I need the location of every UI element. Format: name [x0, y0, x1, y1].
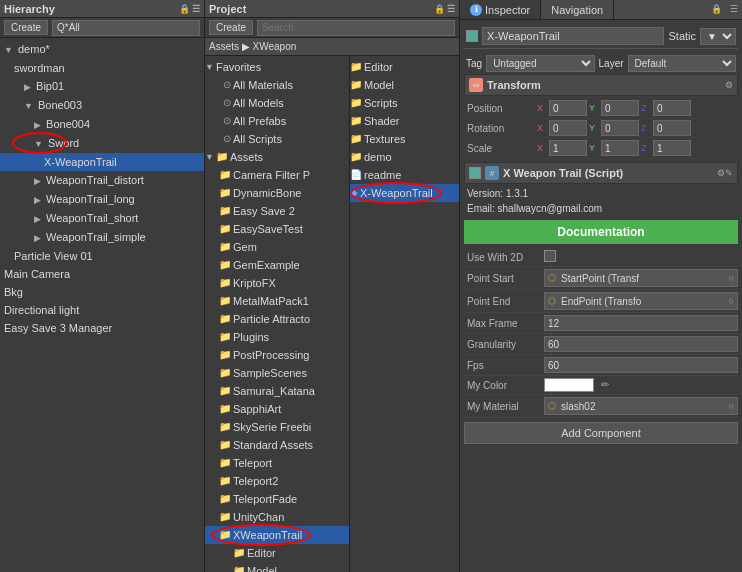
layer-select[interactable]: Default — [628, 55, 736, 72]
folder-particle[interactable]: 📁 Particle Attracto — [205, 310, 349, 328]
folder-unitychan[interactable]: 📁 UnityChan — [205, 508, 349, 526]
documentation-button[interactable]: Documentation — [464, 220, 738, 244]
material-select-icon[interactable]: ○ — [729, 401, 734, 411]
asset-editor[interactable]: 📁 Editor — [350, 58, 459, 76]
assets-root[interactable]: 📁 Assets — [205, 148, 349, 166]
tag-select[interactable]: Untagged — [486, 55, 594, 72]
folder-allscripts[interactable]: ⊙ All Scripts — [205, 130, 349, 148]
tree-item-directional[interactable]: Directional light — [0, 301, 204, 319]
scale-x-input[interactable] — [549, 140, 587, 156]
max-frame-input[interactable] — [544, 315, 738, 331]
granularity-input[interactable] — [544, 336, 738, 352]
asset-readme[interactable]: 📄 readme — [350, 166, 459, 184]
point-start-select-icon[interactable]: ○ — [729, 273, 734, 283]
folder-kriptofx[interactable]: 📁 KriptoFX — [205, 274, 349, 292]
folder-skyserie[interactable]: 📁 SkySerie Freebi — [205, 418, 349, 436]
folder-allprefabs[interactable]: ⊙ All Prefabs — [205, 112, 349, 130]
project-lock-icon[interactable]: 🔒 — [434, 4, 445, 14]
inspector-lock-icon[interactable]: 🔒 — [707, 0, 726, 19]
project-menu-icon[interactable]: ☰ — [447, 4, 455, 14]
script-edit-icon[interactable]: ✎ — [725, 168, 733, 178]
folder-samplescenes[interactable]: 📁 SampleScenes — [205, 364, 349, 382]
folder-standard[interactable]: 📁 Standard Assets — [205, 436, 349, 454]
tab-inspector[interactable]: ℹ Inspector — [460, 0, 541, 19]
tab-navigation[interactable]: Navigation — [541, 0, 614, 19]
asset-model[interactable]: 📁 Model — [350, 76, 459, 94]
hierarchy-menu-icon[interactable]: ☰ — [192, 4, 200, 14]
project-create-button[interactable]: Create — [209, 20, 253, 35]
add-component-button[interactable]: Add Component — [464, 422, 738, 444]
object-enabled-checkbox[interactable] — [466, 30, 478, 42]
folder-gem[interactable]: 📁 Gem — [205, 238, 349, 256]
folder-xweapontrail[interactable]: 📁 XWeaponTrail — [205, 526, 349, 544]
favorites-section[interactable]: Favorites — [205, 58, 349, 76]
inspector-menu-icon[interactable]: ☰ — [726, 0, 742, 19]
asset-shader[interactable]: 📁 Shader — [350, 112, 459, 130]
transform-component-header[interactable]: ⇔ Transform ⚙ — [464, 74, 738, 96]
project-search-input[interactable] — [257, 20, 455, 36]
rot-x-input[interactable] — [549, 120, 587, 136]
scale-y-input[interactable] — [601, 140, 639, 156]
object-name-input[interactable] — [482, 27, 664, 45]
color-picker-icon[interactable]: ✏ — [601, 379, 609, 390]
tree-item-demo[interactable]: demo* — [0, 40, 204, 59]
folder-model-sub[interactable]: 📁 Model — [205, 562, 349, 572]
asset-xweapontrail[interactable]: ◆ X-WeaponTrail — [350, 184, 459, 202]
hierarchy-search-input[interactable] — [52, 20, 200, 36]
tree-item-sword[interactable]: Sword — [0, 134, 204, 153]
pos-z-input[interactable] — [653, 100, 691, 116]
hierarchy-lock-icon[interactable]: 🔒 — [179, 4, 190, 14]
tree-item-easysave3[interactable]: Easy Save 3 Manager — [0, 319, 204, 337]
scale-z-input[interactable] — [653, 140, 691, 156]
tree-item-bkg[interactable]: Bkg — [0, 283, 204, 301]
folder-postprocessing[interactable]: 📁 PostProcessing — [205, 346, 349, 364]
tree-item-weaponshort[interactable]: WeaponTrail_short — [0, 209, 204, 228]
folder-allmodels[interactable]: ⊙ All Models — [205, 94, 349, 112]
my-material-ref[interactable]: ⬡ slash02 ○ — [544, 397, 738, 415]
folder-easysavetest[interactable]: 📁 EasySaveTest — [205, 220, 349, 238]
script-menu-icon[interactable]: ⚙ — [717, 168, 725, 178]
pos-x-input[interactable] — [549, 100, 587, 116]
tree-item-bone004[interactable]: Bone004 — [0, 115, 204, 134]
tree-item-xweapontrail[interactable]: X-WeaponTrail — [0, 153, 204, 171]
folder-teleport[interactable]: 📁 Teleport — [205, 454, 349, 472]
asset-scripts[interactable]: 📁 Scripts — [350, 94, 459, 112]
point-end-ref[interactable]: ⬡ EndPoint (Transfo ○ — [544, 292, 738, 310]
folder-easysave2[interactable]: 📁 Easy Save 2 — [205, 202, 349, 220]
tree-item-weaponlong[interactable]: WeaponTrail_long — [0, 190, 204, 209]
tree-item-particle[interactable]: Particle View 01 — [0, 247, 204, 265]
asset-demo[interactable]: 📁 demo — [350, 148, 459, 166]
folder-camerafilter[interactable]: 📁 Camera Filter P — [205, 166, 349, 184]
my-color-value[interactable]: ✏ — [544, 378, 738, 392]
folder-gemexample[interactable]: 📁 GemExample — [205, 256, 349, 274]
script-enabled-checkbox[interactable] — [469, 167, 481, 179]
hierarchy-create-button[interactable]: Create — [4, 20, 48, 35]
folder-editor-sub[interactable]: 📁 Editor — [205, 544, 349, 562]
use-with-2d-checkbox[interactable] — [544, 250, 556, 262]
tree-item-maincamera[interactable]: Main Camera — [0, 265, 204, 283]
tree-item-bone003[interactable]: Bone003 — [0, 96, 204, 115]
folder-teleportfade[interactable]: 📁 TeleportFade — [205, 490, 349, 508]
folder-metalmat[interactable]: 📁 MetalMatPack1 — [205, 292, 349, 310]
folder-allmaterials[interactable]: ⊙ All Materials — [205, 76, 349, 94]
folder-teleport2[interactable]: 📁 Teleport2 — [205, 472, 349, 490]
tree-item-swordman[interactable]: swordman — [0, 59, 204, 77]
script-component-header[interactable]: # X Weapon Trail (Script) ⚙ ✎ — [464, 162, 738, 184]
folder-plugins[interactable]: 📁 Plugins — [205, 328, 349, 346]
folder-samurai[interactable]: 📁 Samurai_Katana — [205, 382, 349, 400]
rot-z-input[interactable] — [653, 120, 691, 136]
pos-y-input[interactable] — [601, 100, 639, 116]
tree-item-weaponsimple[interactable]: WeaponTrail_simple — [0, 228, 204, 247]
point-end-select-icon[interactable]: ○ — [729, 296, 734, 306]
point-start-ref[interactable]: ⬡ StartPoint (Transf ○ — [544, 269, 738, 287]
rot-y-input[interactable] — [601, 120, 639, 136]
static-dropdown[interactable]: ▼ — [700, 28, 736, 45]
tree-item-bip01[interactable]: Bip01 — [0, 77, 204, 96]
transform-menu-icon[interactable]: ⚙ — [725, 80, 733, 90]
asset-textures[interactable]: 📁 Textures — [350, 130, 459, 148]
tree-item-weapondistort[interactable]: WeaponTrail_distort — [0, 171, 204, 190]
folder-sapphiart[interactable]: 📁 SapphiArt — [205, 400, 349, 418]
folder-dynamicbone[interactable]: 📁 DynamicBone — [205, 184, 349, 202]
color-swatch[interactable] — [544, 378, 594, 392]
fps-input[interactable] — [544, 357, 738, 373]
